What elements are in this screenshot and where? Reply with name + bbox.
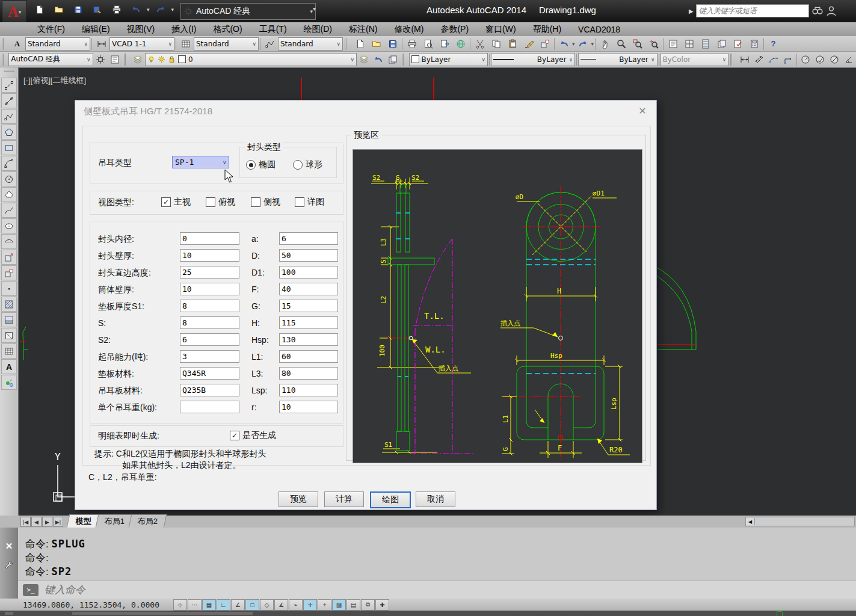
menu-insert[interactable]: 插入(I) [163,23,205,36]
command-prompt-icon[interactable]: >_ [23,584,38,596]
workspace-settings-button[interactable] [93,52,108,67]
std-zoom-realtime-button[interactable] [613,37,629,51]
draw-gradient-button[interactable] [1,312,17,327]
draw-divide-button[interactable] [1,375,17,390]
draw-circle-button[interactable] [1,171,17,186]
std-plot-button[interactable] [404,37,420,51]
param-l1-input[interactable] [279,350,338,363]
command-history[interactable]: 命令: SPLUG 命令: 命令: SP2 [18,528,856,581]
layer-properties-button[interactable] [131,52,145,67]
param-f-input[interactable] [279,283,338,295]
status-grid-dots-toggle[interactable]: ⋯ [188,599,202,611]
head-straight-height-input[interactable] [180,266,239,279]
std-quickcalc-button[interactable] [746,37,762,51]
draw-ellipse-arc-button[interactable] [1,234,17,249]
dim-aligned-button[interactable] [752,52,766,67]
shell-thickness-input[interactable] [180,283,239,295]
search-binoculars-icon[interactable] [811,5,824,16]
scroll-left-icon[interactable]: ◀ [746,518,755,525]
layer-lock-icon[interactable] [168,55,176,63]
cancel-button[interactable]: 取消 [416,491,455,507]
text-style-button[interactable]: A [9,37,25,51]
std-sheet-set-button[interactable] [713,37,730,51]
undo-caret-icon[interactable]: ▾ [147,7,150,13]
dim-radius-button[interactable] [798,52,813,67]
text-style-combo[interactable]: Standard∨ [25,37,90,51]
lineweight-combo[interactable]: ByLayer∨ [578,53,657,66]
status-transparency-toggle[interactable]: ▨ [332,599,346,611]
command-input[interactable] [43,584,286,597]
param-a-input[interactable] [279,232,338,245]
menu-draw[interactable]: 绘图(D) [295,23,340,36]
draw-hatch-button[interactable] [1,297,17,312]
param-s-input[interactable] [180,316,239,329]
dialog-close-button[interactable]: ✕ [636,104,649,117]
workspaces-combo[interactable]: AutoCAD 经典∨ [8,53,93,66]
head-type-radio-ellipse[interactable]: 椭圆 [246,159,276,170]
view-detail-checkbox[interactable]: 详图 [295,197,324,208]
draw-polyline-button[interactable] [1,109,17,124]
layer-freeze-sun-icon[interactable] [158,55,165,63]
draw-table-button[interactable] [1,343,17,359]
dialog-title-bar[interactable]: 侧壁板式吊耳 HG/T 21574-2018 ✕ [75,100,656,121]
lug-material-input[interactable] [180,384,239,396]
menu-dimension[interactable]: 标注(N) [340,23,386,36]
param-l3-input[interactable] [279,367,338,380]
menu-file[interactable]: 文件(F) [29,23,73,36]
draw-make-block-button[interactable] [1,265,17,280]
status-osnap-toggle[interactable]: □ [245,599,259,611]
status-snap-toggle[interactable]: ⊹ [173,599,187,611]
status-annotation-toggle[interactable]: ✚ [375,599,389,611]
std-publish-button[interactable] [436,37,452,51]
tab-layout2[interactable]: 布局2 [129,514,167,528]
param-lsp-input[interactable] [279,384,338,396]
param-d1-input[interactable] [279,266,338,279]
coordinates-readout[interactable]: 13469.0860, 1152.3504, 0.0000 [23,600,173,609]
lift-capacity-input[interactable] [180,350,239,363]
qat-undo-button[interactable] [128,2,144,17]
qat-open-button[interactable] [51,2,67,17]
toolbar-grip[interactable] [2,54,7,66]
view-top-checkbox[interactable]: 俯视 [206,197,235,208]
view-side-checkbox[interactable]: 侧视 [251,197,280,208]
dim-arc-length-button[interactable] [766,52,781,67]
std-cut-button[interactable] [472,37,488,51]
param-r-input[interactable] [279,401,338,413]
redo-flyout-caret-icon[interactable]: ▾ [591,41,594,47]
layer-states-button[interactable] [386,52,400,67]
single-lug-weight-input[interactable] [180,401,239,413]
param-d-input[interactable] [279,249,338,262]
dim-linear-button[interactable] [737,52,752,67]
command-customize-wrench-icon[interactable] [4,560,14,570]
tab-layout1[interactable]: 布局1 [96,514,134,528]
draw-mtext-button[interactable]: A [1,359,17,374]
qat-saveas-button[interactable] [89,2,106,17]
draw-line-button[interactable] [1,78,17,93]
drawing-canvas[interactable]: [-][俯视][二维线框] [18,67,856,516]
dim-ordinate-button[interactable] [781,52,795,67]
param-g-input[interactable] [279,300,338,312]
param-h-input[interactable] [279,316,338,329]
draw-xline-button[interactable] [1,93,17,108]
bom-generate-checkbox[interactable]: ✓是否生成 [230,430,276,441]
menu-edit[interactable]: 编辑(E) [73,23,119,36]
draw-revcloud-button[interactable] [1,187,17,202]
toolbar-grip[interactable] [345,38,350,50]
layer-color-swatch[interactable] [178,55,186,63]
std-new-button[interactable] [352,37,368,51]
plot-style-combo[interactable]: ByColor∨ [660,53,729,66]
dim-diameter-button[interactable] [827,52,842,67]
calculate-button[interactable]: 计算 [324,491,364,507]
std-paste-button[interactable] [504,37,520,51]
dim-jogged-button[interactable] [813,52,827,67]
head-inner-dia-input[interactable] [180,232,239,245]
draw-polygon-button[interactable] [1,125,17,140]
std-help-button[interactable]: ? [765,37,781,51]
menu-vcad2018[interactable]: VCAD2018 [570,23,629,35]
tab-last-button[interactable]: ▶| [53,517,63,527]
dim-angular-button[interactable] [842,52,856,67]
draw-point-button[interactable] [1,281,17,296]
status-3dosnap-toggle[interactable]: ◇ [260,599,274,611]
head-type-radio-sphere[interactable]: 球形 [293,159,322,170]
draw-button[interactable]: 绘图 [370,491,411,508]
